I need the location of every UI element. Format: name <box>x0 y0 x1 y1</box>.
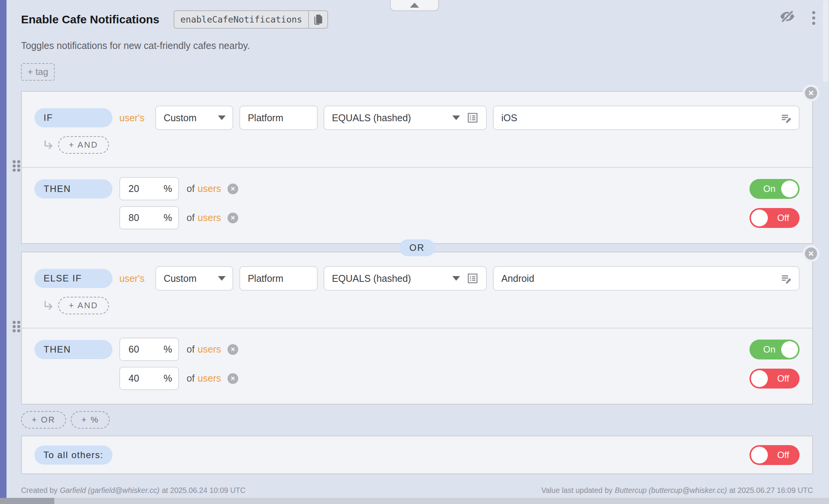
comparison-value-field <box>493 266 800 291</box>
toggle-knob <box>751 370 768 387</box>
edit-icon[interactable] <box>780 112 792 124</box>
drag-handle-icon[interactable] <box>13 321 20 332</box>
then-section: THEN % of users ✕ On <box>22 328 812 390</box>
targeting-rules: ✕ IF user's Custom EQUALS (hashed) <box>21 91 813 405</box>
percentage-input[interactable] <box>120 343 161 355</box>
attribute-type-select[interactable]: Custom <box>155 266 233 291</box>
fallback-card: To all others: Off <box>21 436 813 474</box>
rule-card: ✕ IF user's Custom EQUALS (hashed) <box>21 91 813 244</box>
percentage-input[interactable] <box>120 183 161 195</box>
close-icon: ✕ <box>231 375 236 382</box>
fallback-pill: To all others: <box>34 445 112 465</box>
value-toggle[interactable]: On <box>749 179 800 199</box>
remove-split-button[interactable]: ✕ <box>228 184 238 194</box>
updated-by-meta: Value last updated by Buttercup (butterc… <box>541 486 813 495</box>
close-icon: ✕ <box>231 346 236 353</box>
accent-bar <box>0 0 7 498</box>
chevron-down-icon <box>218 115 226 120</box>
or-separator: OR <box>399 239 435 256</box>
remove-split-button[interactable]: ✕ <box>228 213 238 223</box>
remove-rule-button[interactable]: ✕ <box>803 85 819 101</box>
users-label[interactable]: users <box>198 212 221 223</box>
of-label: of <box>187 183 195 194</box>
page-title: Enable Cafe Notifications <box>21 13 159 26</box>
toggle-knob <box>781 180 798 197</box>
add-and-button[interactable]: + AND <box>58 136 109 154</box>
users-label[interactable]: users <box>198 373 221 384</box>
horizontal-scrollbar[interactable] <box>0 498 829 504</box>
chevron-down-icon <box>218 276 226 281</box>
rule-card: ✕ ELSE IF user's Custom EQUALS (hashed) <box>21 252 813 405</box>
branch-arrow-icon <box>42 299 54 312</box>
add-percent-button[interactable]: + % <box>71 411 110 429</box>
flag-key-badge: enableCafeNotifications <box>174 10 328 29</box>
close-icon: ✕ <box>231 185 236 192</box>
drag-handle-icon[interactable] <box>13 160 20 172</box>
list-icon <box>466 272 479 285</box>
users-label[interactable]: users <box>198 344 221 355</box>
collapse-panel-button[interactable] <box>390 0 439 11</box>
flag-key-value: enableCafeNotifications <box>174 11 309 28</box>
operator-select[interactable]: EQUALS (hashed) <box>323 106 487 130</box>
comparison-value-field <box>493 106 800 130</box>
percent-sign: % <box>164 344 172 355</box>
attribute-type-value: Custom <box>164 273 197 284</box>
toggle-knob <box>751 447 768 463</box>
value-toggle[interactable]: On <box>749 340 800 359</box>
attribute-type-select[interactable]: Custom <box>155 106 233 130</box>
list-icon <box>466 111 479 124</box>
comparison-value-input[interactable] <box>494 106 780 129</box>
then-section: THEN % of users ✕ On <box>22 168 812 229</box>
add-or-button[interactable]: + OR <box>21 411 66 429</box>
flag-detail-panel: Enable Cafe Notifications enableCafeNoti… <box>21 0 813 495</box>
horizontal-scrollbar-thumb[interactable] <box>0 498 54 504</box>
close-icon: ✕ <box>808 249 814 258</box>
subject-label: user's <box>119 112 145 124</box>
copy-flag-key-button[interactable] <box>308 11 327 28</box>
of-label: of <box>187 373 195 384</box>
chevron-down-icon <box>452 276 460 281</box>
percentage-field: % <box>119 338 179 361</box>
vertical-scrollbar[interactable] <box>823 0 828 82</box>
percent-sign: % <box>164 183 172 194</box>
updated-author: Buttercup (buttercup@whisker.cc) <box>615 486 727 495</box>
percentage-field: % <box>119 206 179 229</box>
value-toggle[interactable]: Off <box>749 208 800 228</box>
percentage-field: % <box>119 367 179 390</box>
of-label: of <box>187 344 195 355</box>
property-input[interactable] <box>239 106 318 130</box>
toggle-knob <box>751 210 768 226</box>
add-tag-button[interactable]: + tag <box>21 63 55 81</box>
remove-rule-button[interactable]: ✕ <box>803 245 819 262</box>
chevron-up-icon <box>410 3 419 8</box>
attribute-type-value: Custom <box>164 112 197 124</box>
percent-sign: % <box>164 373 172 384</box>
condition-section: ELSE IF user's Custom EQUALS (hashed) <box>22 252 812 328</box>
of-label: of <box>187 212 195 223</box>
fallback-toggle[interactable]: Off <box>749 445 800 465</box>
comparison-value-input[interactable] <box>494 267 780 290</box>
percentage-field: % <box>119 177 179 200</box>
percentage-input[interactable] <box>120 212 161 224</box>
add-and-button[interactable]: + AND <box>58 297 109 314</box>
subject-label: user's <box>119 273 145 284</box>
value-toggle[interactable]: Off <box>749 369 800 389</box>
percentage-input[interactable] <box>120 372 161 384</box>
users-label[interactable]: users <box>198 183 221 194</box>
remove-split-button[interactable]: ✕ <box>228 344 238 355</box>
created-by-meta: Created by Garfield (garfield@whisker.cc… <box>21 486 245 495</box>
created-author: Garfield (garfield@whisker.cc) <box>60 486 159 495</box>
operator-select[interactable]: EQUALS (hashed) <box>323 266 487 291</box>
flag-description: Toggles notifications for new cat-friend… <box>21 40 813 51</box>
condition-section: IF user's Custom EQUALS (hashed) <box>22 92 812 168</box>
percent-sign: % <box>164 212 172 223</box>
then-pill: THEN <box>34 340 112 359</box>
close-icon: ✕ <box>808 89 814 98</box>
remove-split-button[interactable]: ✕ <box>228 373 238 384</box>
condition-pill: IF <box>34 108 112 127</box>
copy-icon <box>314 14 323 25</box>
property-input[interactable] <box>239 266 318 291</box>
then-pill: THEN <box>34 179 112 198</box>
edit-icon[interactable] <box>780 273 792 284</box>
operator-value: EQUALS (hashed) <box>332 273 411 284</box>
